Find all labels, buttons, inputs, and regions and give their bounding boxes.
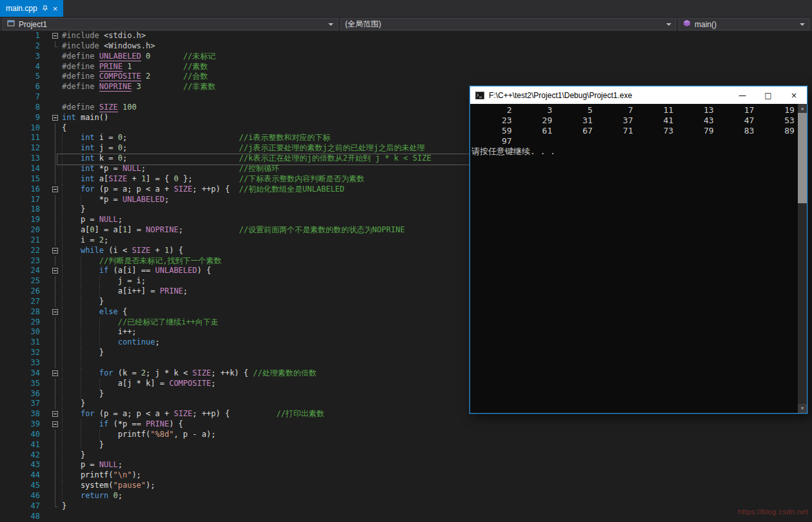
fold-marker [40, 256, 62, 266]
code-segment: "\n" [113, 470, 132, 479]
code-segment: SIZE [192, 368, 211, 377]
indent-guide [81, 419, 81, 430]
fold-marker[interactable] [40, 266, 62, 276]
project-icon [7, 19, 15, 29]
watermark: https://blog.csdn.net [738, 508, 808, 516]
fold-marker[interactable] [40, 185, 62, 195]
code-line[interactable]: 45 system("pause"); [0, 481, 812, 491]
fold-guide-line [55, 256, 55, 266]
collapse-box-icon[interactable] [52, 115, 58, 121]
code-segment: (p = a; p < a + [95, 185, 174, 194]
code-segment [62, 174, 81, 183]
pin-icon[interactable] [42, 5, 48, 12]
code-text: } [62, 450, 812, 461]
line-number: 28 [0, 307, 40, 317]
tab-close-icon[interactable]: × [53, 4, 58, 14]
collapse-box-icon[interactable] [52, 248, 58, 254]
code-text: return 0; [62, 491, 812, 501]
indent-guide [99, 327, 100, 337]
line-number: 17 [0, 195, 40, 205]
line-number: 30 [0, 327, 40, 337]
code-line[interactable]: 44 printf("\n"); [0, 470, 812, 481]
collapse-box-icon[interactable] [52, 411, 58, 417]
code-line[interactable]: 47} [0, 501, 812, 512]
fold-marker[interactable] [40, 113, 62, 123]
maximize-button[interactable]: □ [755, 86, 781, 104]
indent-guide [81, 348, 81, 358]
code-segment: int [81, 174, 95, 183]
console-title-bar[interactable]: F:\C++\test2\Project1\Debug\Project1.exe… [470, 86, 807, 104]
scroll-down-icon[interactable]: ▼ [798, 404, 807, 413]
code-segment: ) { [197, 266, 212, 275]
indent-guide [62, 185, 63, 195]
code-segment: } [62, 389, 104, 398]
code-segment: ; [179, 225, 239, 234]
minimize-button[interactable]: — [729, 86, 755, 104]
code-segment: } [62, 348, 104, 357]
scrollbar-thumb[interactable] [798, 113, 807, 203]
code-line[interactable]: 43 p = NULL; [0, 460, 812, 470]
code-text: printf("%8d", p - a); [62, 430, 812, 440]
code-segment: ; [211, 379, 215, 388]
fold-guide-line [55, 450, 55, 461]
code-text: } [62, 501, 812, 512]
console-scrollbar[interactable]: ▲ ▼ [798, 104, 807, 413]
fold-guide-line [55, 133, 55, 143]
fold-marker [40, 164, 62, 174]
navigation-bar: Project1 (全局范围) main() [0, 17, 812, 31]
line-number: 5 [0, 72, 40, 82]
code-line[interactable]: 1#include <stdio.h> [0, 31, 812, 41]
code-segment: ; [118, 491, 123, 500]
fold-marker[interactable] [40, 409, 62, 419]
collapse-box-icon[interactable] [52, 186, 58, 192]
collapse-box-icon[interactable] [52, 309, 58, 315]
code-segment [62, 154, 81, 163]
code-line[interactable]: 48 [0, 512, 812, 522]
fold-marker [40, 195, 62, 205]
code-line[interactable]: 3#define UNLABELED 0 //未标记 [0, 52, 812, 62]
code-line[interactable]: 2#include <Windows.h> [0, 41, 812, 52]
code-segment: int [81, 164, 95, 173]
scroll-up-icon[interactable]: ▲ [798, 104, 807, 113]
fold-marker[interactable] [40, 246, 62, 256]
indent-guide [62, 297, 63, 307]
fold-marker[interactable] [40, 419, 62, 430]
fold-marker[interactable] [40, 31, 62, 41]
code-text: if (*p == PRINE) { [62, 419, 812, 430]
collapse-box-icon[interactable] [52, 33, 58, 39]
fold-marker[interactable] [40, 368, 62, 379]
fold-guide-line [55, 225, 55, 236]
member-dropdown[interactable]: main() [678, 18, 809, 30]
tab-main-cpp[interactable]: main.cpp × [0, 0, 63, 17]
code-line[interactable]: 39 if (*p == PRINE) { [0, 419, 812, 430]
code-line[interactable]: 41 } [0, 440, 812, 450]
fold-guide-line [55, 327, 55, 337]
collapse-box-icon[interactable] [52, 370, 58, 376]
fold-marker[interactable] [40, 307, 62, 317]
fold-guide-end [55, 41, 58, 47]
code-line[interactable]: 46 return 0; [0, 491, 812, 501]
code-segment: NULL [123, 164, 141, 173]
code-segment [132, 82, 136, 91]
code-segment: #include [62, 41, 104, 50]
code-segment: //处理素数的倍数 [253, 368, 316, 377]
fold-marker [40, 174, 62, 185]
code-segment: //控制循环 [239, 164, 279, 173]
indent-guide [62, 440, 63, 450]
code-line[interactable]: 4#define PRINE 1 //素数 [0, 62, 812, 72]
code-line[interactable]: 40 printf("%8d", p - a); [0, 430, 812, 440]
code-line[interactable]: 5#define COMPOSITE 2 //合数 [0, 72, 812, 82]
close-button[interactable]: × [781, 86, 807, 104]
code-line[interactable]: 42 } [0, 450, 812, 461]
code-segment: ; ++p) { [192, 409, 276, 418]
tab-label: main.cpp [6, 4, 37, 13]
project-dropdown[interactable]: Project1 [3, 18, 338, 30]
scope-dropdown[interactable]: (全局范围) [341, 18, 676, 30]
collapse-box-icon[interactable] [52, 268, 58, 274]
fold-guide-line [55, 481, 55, 491]
code-segment: (a[i] == [108, 266, 155, 275]
fold-marker [40, 327, 62, 337]
code-text: system("pause"); [62, 481, 812, 491]
code-segment: NOPRINE [99, 82, 132, 92]
collapse-box-icon[interactable] [52, 421, 58, 427]
